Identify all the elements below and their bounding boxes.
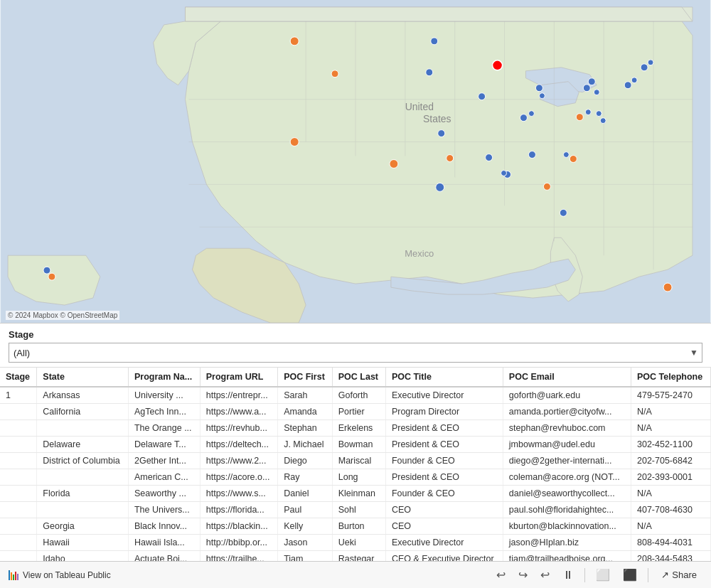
table-cell: Hawaii	[37, 535, 129, 551]
table-cell: Delaware	[37, 437, 129, 453]
col-header-poc-last[interactable]: POC Last	[332, 368, 385, 387]
table-cell: https://florida...	[200, 502, 277, 518]
table-cell: President & CEO	[385, 420, 503, 437]
table-row: DelawareDelaware T...https://deltech...J…	[0, 437, 711, 453]
svg-point-45	[563, 152, 569, 158]
col-header-stage[interactable]: Stage	[0, 368, 37, 387]
svg-point-36	[631, 77, 637, 83]
map-attribution: © 2024 Mapbox © OpenStreetMap	[6, 311, 119, 320]
toolbar-left: View on Tableau Public	[9, 570, 111, 580]
col-header-poc-email[interactable]: POC Email	[503, 368, 631, 387]
svg-point-28	[426, 69, 433, 76]
table-cell: jmbowman@udel.edu	[503, 437, 631, 453]
table-cell	[0, 453, 37, 469]
table-cell: Diego	[278, 453, 333, 469]
svg-text:United: United	[405, 101, 434, 112]
table-cell: N/A	[631, 420, 710, 437]
table-cell: J. Michael	[278, 437, 333, 453]
svg-point-38	[648, 60, 653, 65]
table-row: CaliforniaAgTech Inn...https://www.a...A…	[0, 404, 711, 420]
table-cell: The Orange ...	[128, 420, 200, 437]
table-body: 1ArkansasUniversity ...https://entrepr..…	[0, 387, 711, 561]
svg-point-47	[528, 151, 535, 159]
table-cell: Jason	[278, 535, 333, 551]
svg-point-41	[438, 130, 445, 137]
col-header-program-name[interactable]: Program Na...	[128, 368, 200, 387]
svg-point-29	[479, 93, 486, 100]
col-header-poc-telephone[interactable]: POC Telephone	[631, 368, 710, 387]
table-cell	[0, 518, 37, 535]
svg-point-26	[493, 60, 503, 70]
col-header-state[interactable]: State	[37, 368, 129, 387]
share-icon: ↗	[661, 570, 669, 580]
svg-point-18	[290, 138, 299, 146]
table-row: District of Columbia2Gether Int...https:…	[0, 453, 711, 469]
table-cell: https://www.2...	[200, 453, 277, 469]
svg-point-48	[436, 183, 444, 191]
table-header-row: Stage State Program Na... Program URL PO…	[0, 368, 711, 387]
table-cell: coleman@acore.org (NOT...	[503, 469, 631, 486]
table-cell: Founder & CEO	[385, 486, 503, 502]
download-button[interactable]: ⬜	[592, 566, 614, 584]
filter-label: Stage	[9, 329, 702, 340]
svg-point-37	[641, 64, 648, 71]
share-button[interactable]: ↗ Share	[656, 567, 702, 582]
table-cell: Hawaii Isla...	[128, 535, 200, 551]
col-header-program-url[interactable]: Program URL	[200, 368, 277, 387]
table-area[interactable]: Stage State Program Na... Program URL PO…	[0, 368, 711, 561]
table-cell: Kelly	[278, 518, 333, 535]
svg-point-50	[501, 170, 507, 176]
table-cell: Georgia	[37, 518, 129, 535]
table-cell: CEO	[385, 502, 503, 518]
table-cell: Paul	[278, 502, 333, 518]
table-cell: Ueki	[332, 535, 385, 551]
table-cell: Portier	[332, 404, 385, 420]
stage-filter-select[interactable]: (All) 1 2 3	[9, 343, 702, 363]
table-cell: goforth@uark.edu	[503, 387, 631, 404]
table-cell: Goforth	[332, 387, 385, 404]
fullscreen-button[interactable]: ⬛	[619, 566, 641, 584]
table-cell: Actuate Boi...	[128, 551, 200, 562]
table-cell: Kleinman	[332, 486, 385, 502]
col-header-poc-title[interactable]: POC Title	[385, 368, 503, 387]
map-area: United States Mexico	[0, 0, 711, 324]
table-cell: Idaho	[37, 551, 129, 562]
table-row: The Orange ...https://revhub...StephanEr…	[0, 420, 711, 437]
table-cell: N/A	[631, 518, 710, 535]
col-header-poc-first[interactable]: POC First	[278, 368, 333, 387]
pause-button[interactable]: ⏸	[559, 567, 577, 584]
table-cell: Sarah	[278, 387, 333, 404]
table-cell: Erkelens	[332, 420, 385, 437]
svg-point-23	[543, 183, 550, 190]
svg-rect-56	[15, 572, 16, 580]
table-cell: N/A	[631, 404, 710, 420]
table-cell: daniel@seaworthycollect...	[503, 486, 631, 502]
toolbar-right: ↩ ↪ ↩ ⏸ ⬜ ⬛ ↗ Share	[493, 566, 702, 584]
table-cell: University ...	[128, 387, 200, 404]
table-cell	[0, 486, 37, 502]
table-cell: Founder & CEO	[385, 453, 503, 469]
table-cell: amanda.portier@cityofw...	[503, 404, 631, 420]
table-cell: CEO	[385, 518, 503, 535]
svg-point-25	[663, 283, 672, 292]
data-table: Stage State Program Na... Program URL PO…	[0, 368, 711, 561]
undo-button[interactable]: ↩	[493, 566, 509, 584]
view-on-tableau-link[interactable]: View on Tableau Public	[23, 570, 111, 580]
table-cell: http://bbibp.or...	[200, 535, 277, 551]
table-cell: diego@2gether-internati...	[503, 453, 631, 469]
table-cell: https://revhub...	[200, 420, 277, 437]
revert-button[interactable]: ↩	[537, 566, 553, 584]
svg-text:Mexico: Mexico	[405, 248, 434, 259]
map-svg: United States Mexico	[0, 0, 711, 323]
table-cell: Mariscal	[332, 453, 385, 469]
table-cell: Long	[332, 469, 385, 486]
svg-point-42	[585, 109, 591, 115]
table-cell: District of Columbia	[37, 453, 129, 469]
table-cell: https://trailhe...	[200, 551, 277, 562]
table-cell: https://www.a...	[200, 404, 277, 420]
table-cell: Seaworthy ...	[128, 486, 200, 502]
table-cell	[0, 535, 37, 551]
table-cell	[0, 551, 37, 562]
table-cell: https://www.s...	[200, 486, 277, 502]
redo-button[interactable]: ↪	[515, 566, 531, 584]
